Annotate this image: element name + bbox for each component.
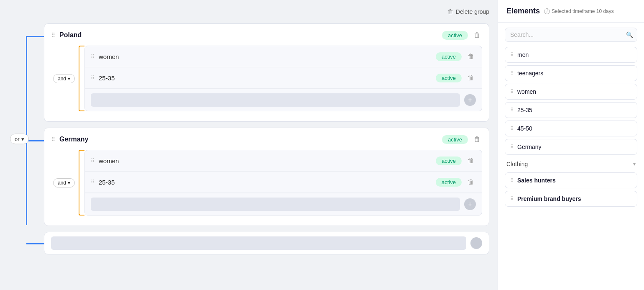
2535-status-1: active (436, 74, 462, 82)
poland-women-row: ⠿ women active 🗑 (85, 46, 482, 67)
poland-status-badge: active (442, 31, 468, 40)
clothing-category-label: Clothing (506, 161, 528, 167)
element-teenagers-label: teenagers (517, 70, 543, 77)
element-4550-label: 45-50 (517, 125, 532, 132)
germany-inner-group: ⠿ women active 🗑 ⠿ 25-35 active 🗑 (84, 150, 482, 216)
trash-icon: 🗑 (447, 8, 453, 15)
2535-drag-handle-1[interactable]: ⠿ (91, 75, 95, 81)
or-button[interactable]: or ▾ (10, 134, 29, 144)
2535-delete-2[interactable]: 🗑 (466, 177, 476, 187)
2535-name-1: 25-35 (99, 74, 432, 82)
germany-drag-handle[interactable]: ⠿ (51, 136, 55, 143)
germany-name: Germany (59, 136, 438, 143)
germany-status-badge: active (442, 135, 468, 144)
chevron-and-icon-2: ▾ (68, 180, 70, 186)
poland-drag-handle[interactable]: ⠿ (51, 32, 55, 38)
timeframe-text: Selected timeframe 10 days (552, 8, 614, 14)
element-item-2535[interactable]: ⠿ 25-35 (505, 102, 637, 118)
germany-and-connector: and ▾ ⠿ women active (51, 150, 482, 216)
germany-drag-handle-r: ⠿ (510, 144, 514, 150)
add-group-circle-btn[interactable] (470, 237, 482, 249)
women-delete-2[interactable]: 🗑 (466, 156, 476, 165)
search-input[interactable] (505, 28, 637, 42)
delete-group-label: Delete group (456, 8, 489, 15)
element-item-sales-hunters[interactable]: ⠿ Sales hunters (505, 172, 637, 188)
element-item-men[interactable]: ⠿ men (505, 47, 637, 63)
germany-and-button[interactable]: and ▾ (53, 178, 75, 187)
element-premium-brand-buyers-label: Premium brand buyers (517, 195, 581, 202)
left-panel: 🗑 Delete group or ▾ ⠿ Poland active 🗑 (0, 0, 498, 290)
sales-hunters-drag-handle: ⠿ (510, 177, 514, 183)
element-item-germany[interactable]: ⠿ Germany (505, 139, 637, 155)
poland-and-button[interactable]: and ▾ (53, 74, 75, 83)
clothing-category-row[interactable]: Clothing ▾ (505, 157, 637, 171)
delete-group-button[interactable]: 🗑 Delete group (447, 8, 489, 15)
women-drag-handle-1[interactable]: ⠿ (91, 54, 95, 59)
and-label-1: and (58, 76, 66, 82)
elements-title: Elements (506, 7, 540, 15)
2535-status-2: active (436, 178, 462, 187)
2535-name-2: 25-35 (99, 179, 432, 186)
poland-name: Poland (59, 31, 438, 39)
germany-add-input[interactable] (91, 198, 460, 211)
poland-card: ⠿ Poland active 🗑 and ▾ (44, 23, 489, 122)
2535-delete-1[interactable]: 🗑 (466, 73, 476, 82)
element-item-women[interactable]: ⠿ women (505, 84, 637, 100)
women-name-1: women (99, 53, 432, 60)
element-2535-label: 25-35 (517, 107, 532, 113)
blue-connector-line (26, 36, 27, 225)
germany-women-row: ⠿ women active 🗑 (85, 150, 482, 172)
poland-add-element-row: + (85, 89, 482, 111)
search-icon: 🔍 (626, 31, 633, 38)
2535-drag-handle-2[interactable]: ⠿ (91, 179, 95, 185)
element-item-4550[interactable]: ⠿ 45-50 (505, 121, 637, 136)
group-poland: ⠿ Poland active 🗑 and ▾ (44, 23, 489, 122)
germany-header: ⠿ Germany active 🗑 (51, 135, 482, 144)
yellow-bracket-1 (79, 46, 84, 111)
poland-add-circle-btn[interactable]: + (464, 94, 476, 106)
right-panel: Elements i Selected timeframe 10 days 🔍 … (498, 0, 644, 290)
element-item-teenagers[interactable]: ⠿ teenagers (505, 65, 637, 81)
women-drag-handle-2[interactable]: ⠿ (91, 158, 95, 164)
2535-drag-handle-r: ⠿ (510, 107, 514, 113)
women-status-1: active (436, 52, 462, 61)
yellow-bracket-2 (79, 150, 84, 216)
add-group-row (44, 232, 489, 254)
add-group-input[interactable] (51, 236, 466, 250)
and-label-2: and (58, 180, 66, 186)
poland-delete-button[interactable]: 🗑 (472, 31, 482, 40)
main-content: or ▾ ⠿ Poland active 🗑 (8, 23, 489, 254)
chevron-and-icon-1: ▾ (68, 76, 70, 82)
poland-and-left: and ▾ (51, 46, 84, 111)
chevron-down-icon: ▾ (21, 136, 24, 142)
teenagers-drag-handle: ⠿ (510, 70, 514, 76)
women-drag-handle-r: ⠿ (510, 89, 514, 95)
add-group-connector (26, 243, 44, 244)
element-item-premium-brand-buyers[interactable]: ⠿ Premium brand buyers (505, 191, 637, 207)
women-status-2: active (436, 157, 462, 165)
men-drag-handle: ⠿ (510, 52, 514, 58)
element-men-label: men (517, 51, 529, 58)
poland-and-connector: and ▾ ⠿ women active (51, 46, 482, 111)
germany-add-circle-btn[interactable]: + (464, 198, 476, 210)
info-icon: i (544, 8, 550, 14)
women-delete-1[interactable]: 🗑 (466, 52, 476, 61)
groups-wrapper: or ▾ ⠿ Poland active 🗑 (8, 23, 489, 254)
right-header: Elements i Selected timeframe 10 days (498, 0, 644, 23)
clothing-chevron-icon: ▾ (633, 161, 636, 167)
germany-delete-button[interactable]: 🗑 (472, 135, 482, 144)
women-name-2: women (99, 157, 432, 164)
group-germany: ⠿ Germany active 🗑 and ▾ (44, 128, 489, 226)
or-label: or (15, 136, 20, 142)
4550-drag-handle: ⠿ (510, 126, 514, 131)
element-sales-hunters-label: Sales hunters (517, 177, 556, 184)
element-women-label: women (517, 88, 536, 95)
search-box: 🔍 (505, 28, 637, 42)
germany-add-element-row: + (85, 193, 482, 215)
premium-brand-buyers-drag-handle: ⠿ (510, 196, 514, 202)
poland-inner-group: ⠿ women active 🗑 ⠿ 25-35 active 🗑 (84, 46, 482, 111)
poland-header: ⠿ Poland active 🗑 (51, 31, 482, 40)
poland-add-input[interactable] (91, 93, 460, 107)
poland-2535-row: ⠿ 25-35 active 🗑 (85, 67, 482, 89)
germany-2535-row: ⠿ 25-35 active 🗑 (85, 172, 482, 193)
